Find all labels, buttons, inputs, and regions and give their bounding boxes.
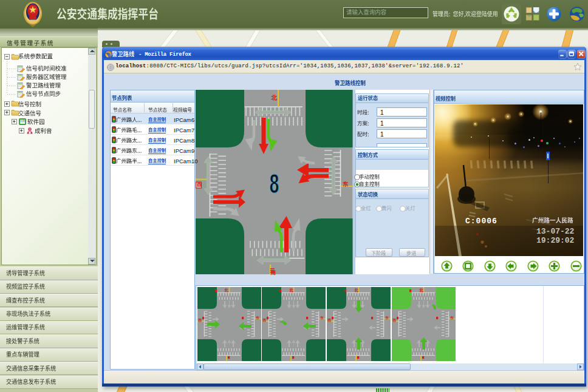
svg-text:8: 8 <box>270 168 279 198</box>
